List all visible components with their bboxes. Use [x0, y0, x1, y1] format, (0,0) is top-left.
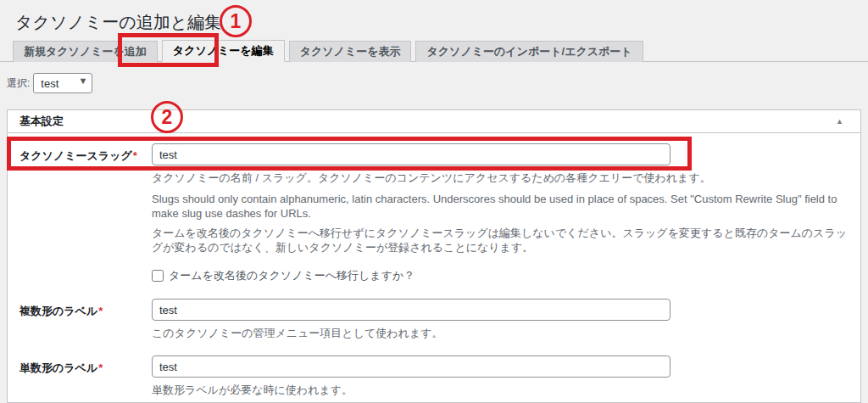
- taxonomy-select[interactable]: test: [33, 73, 92, 93]
- tab-bar: 新規タクソノミーを追加タクソノミーを編集タクソノミーを表示タクソノミーのインポー…: [0, 40, 868, 62]
- basic-settings-body: タクソノミースラッグ* タクソノミーの名前 / スラッグ。タクソノミーのコンテン…: [8, 143, 860, 403]
- taxonomy-slug-label: タクソノミースラッグ*: [19, 143, 152, 164]
- migrate-terms-checkbox-row: タームを改名後のタクソノミーへ移行しますか？: [152, 268, 849, 283]
- taxonomy-slug-field: タクソノミーの名前 / スラッグ。タクソノミーのコンテンツにアクセスするための各…: [152, 143, 849, 283]
- plural-label-row: 複数形のラベル* このタクソノミーの管理メニュー項目として使われます。: [19, 299, 849, 340]
- singular-label-label: 単数形のラベル*: [19, 355, 152, 376]
- required-asterisk: *: [98, 361, 103, 374]
- taxonomy-slug-row: タクソノミースラッグ* タクソノミーの名前 / スラッグ。タクソノミーのコンテン…: [19, 143, 849, 283]
- taxonomy-slug-input[interactable]: [152, 143, 670, 165]
- singular-label-input[interactable]: [152, 355, 670, 378]
- tab-add-new-taxonomy[interactable]: 新規タクソノミーを追加: [13, 41, 158, 62]
- singular-label-row: 単数形のラベル* 単数形ラベルが必要な時に使われます。: [19, 355, 849, 397]
- tab-view-taxonomy[interactable]: タクソノミーを表示: [289, 41, 412, 62]
- singular-label-field: 単数形ラベルが必要な時に使われます。: [152, 355, 849, 397]
- tab-edit-taxonomy[interactable]: タクソノミーを編集: [162, 40, 285, 62]
- plural-label-label: 複数形のラベル*: [19, 299, 152, 319]
- required-asterisk: *: [98, 305, 103, 317]
- page-title: タクソノミーの追加と編集: [0, 0, 868, 33]
- collapse-toggle-button[interactable]: ▲: [831, 115, 849, 127]
- taxonomy-selector-row: 選択: test ▼: [7, 73, 868, 93]
- taxonomy-slug-description-en: Slugs should only contain alphanumeric, …: [152, 192, 849, 221]
- plural-label-text: 複数形のラベル: [19, 305, 97, 317]
- singular-label-text: 単数形のラベル: [19, 361, 97, 374]
- migrate-terms-checkbox-label: タームを改名後のタクソノミーへ移行しますか？: [169, 268, 415, 283]
- triangle-up-icon: ▲: [836, 117, 843, 126]
- required-asterisk: *: [133, 149, 137, 162]
- basic-settings-panel: 基本設定 ▲ タクソノミースラッグ* タクソノミーの名前 / スラッグ。タクソノ…: [7, 109, 861, 403]
- taxonomy-edit-page: タクソノミーの追加と編集 新規タクソノミーを追加タクソノミーを編集タクソノミーを…: [0, 0, 868, 403]
- plural-label-description: このタクソノミーの管理メニュー項目として使われます。: [152, 326, 849, 340]
- taxonomy-slug-label-text: タクソノミースラッグ: [19, 149, 132, 162]
- basic-settings-header[interactable]: 基本設定 ▲: [8, 110, 860, 133]
- migrate-terms-checkbox[interactable]: [152, 270, 164, 282]
- taxonomy-slug-warning: タームを改名後のタクソノミーへ移行せずにタクソノミースラッグは編集しないでくださ…: [152, 226, 849, 255]
- plural-label-input[interactable]: [152, 299, 670, 321]
- taxonomy-select-wrap: test ▼: [33, 73, 92, 93]
- panel-title: 基本設定: [19, 115, 64, 128]
- plural-label-field: このタクソノミーの管理メニュー項目として使われます。: [152, 299, 849, 340]
- taxonomy-slug-description: タクソノミーの名前 / スラッグ。タクソノミーのコンテンツにアクセスするための各…: [152, 171, 849, 185]
- taxonomy-selector-label: 選択:: [7, 76, 30, 91]
- singular-label-description: 単数形ラベルが必要な時に使われます。: [152, 383, 849, 397]
- tab-import-export-taxonomy[interactable]: タクソノミーのインポート/エクスポート: [415, 41, 643, 62]
